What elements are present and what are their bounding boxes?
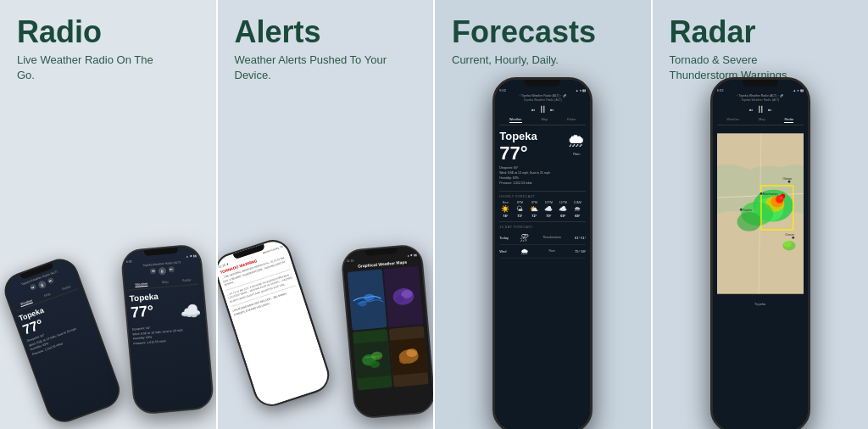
hourly-label: HOURLY FORECAST <box>499 191 586 198</box>
radar-phone: 6:03 ▲ ● ▮▮ ‹ Topeka Weather Radio (ALT)… <box>710 77 810 429</box>
alerts-subtitle: Weather Alerts Pushed To Your Device. <box>235 53 387 83</box>
daily-label: 10-DAY FORECAST <box>499 221 586 229</box>
radar-panel: Radar Tornado & Severe Thunderstorm Warn… <box>653 0 869 429</box>
forecast-condition: Rain <box>567 152 586 156</box>
radio-panel: Radio Live Weather Radio On The Go. Tope… <box>0 0 216 429</box>
svg-text:Topeka: Topeka <box>743 209 752 212</box>
radio-phone-back: Topeka Weather Radio (ALT) ⏮ ⏸ ⏭ Weather… <box>0 254 125 427</box>
forecast-time: 6:02 <box>499 88 506 92</box>
forecasts-title: Forecasts <box>452 15 596 49</box>
forecast-phone: 6:02 ▲ ● ▮▮ ‹ Topeka Weather Radio (ALT)… <box>492 77 593 429</box>
forecast-pressure: Pressure: 1,012.53 mbar <box>499 181 586 187</box>
forecast-station: Topeka Weather Radio (ALT) <box>521 94 559 98</box>
radio-phone-front: 6:02 ▲ ◆ ▮▮ Topeka Weather Radio (ALT) ⏮… <box>120 243 214 415</box>
svg-text:Ottawa: Ottawa <box>782 177 792 181</box>
forecast-city: Topeka <box>499 130 537 142</box>
radar-station2: Topeka Weather Radio (ALT) <box>717 98 804 102</box>
alerts-panel: Alerts Weather Alerts Pushed To Your Dev… <box>218 0 434 429</box>
radio-title: Radio <box>17 15 102 49</box>
alerts-title: Alerts <box>235 15 321 49</box>
radar-title: Radar <box>670 15 756 49</box>
svg-text:Manhattan: Manhattan <box>763 192 778 196</box>
front-temp: 77° <box>130 302 154 321</box>
forecasts-subtitle: Current, Hourly, Daily. <box>452 53 559 68</box>
svg-point-25 <box>737 212 760 231</box>
alert-phone-map: 11:15 ▲ ◆ ▮▮ Graphical Weather Maps <box>340 243 433 420</box>
radar-station: Topeka Weather Radio (ALT) <box>738 94 776 98</box>
forecast-temp: 77° <box>499 142 537 164</box>
radar-city: Topeka <box>717 302 804 306</box>
svg-text:Chanute: Chanute <box>785 233 794 237</box>
alert-phone-back: 11:15 ▼ Benton County, TN TORNADO WARNIN… <box>218 235 334 410</box>
svg-point-30 <box>783 241 791 248</box>
radar-time: 6:03 <box>717 88 724 92</box>
front-time: 6:02 <box>125 259 131 264</box>
forecast-station2: Topeka Weather Radio (ALT) <box>499 98 586 102</box>
forecasts-panel: Forecasts Current, Hourly, Daily. 6:02 ▲… <box>435 0 651 429</box>
svg-point-27 <box>779 196 782 199</box>
radio-subtitle: Live Weather Radio On The Go. <box>17 53 170 83</box>
